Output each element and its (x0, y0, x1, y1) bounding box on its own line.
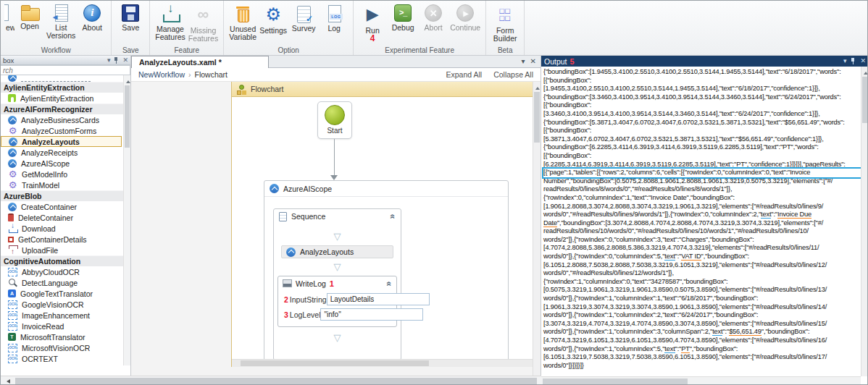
pin-icon[interactable] (851, 58, 856, 64)
toolbox-item-abbyycloudocr[interactable]: AbbyyCloudOCR (1, 266, 123, 277)
window-menu-icon[interactable] (843, 58, 847, 64)
form-builder-button[interactable]: Form Builder (490, 1, 520, 44)
toolbox-item-invoiceread[interactable]: InvoiceRead (1, 321, 123, 331)
toolbox-item-analyzecustomforms[interactable]: AnalyzeCustomForms (1, 125, 123, 136)
scrollbar-thumb[interactable] (543, 378, 688, 385)
scope-label: AzureAIScope (283, 185, 332, 193)
scrollbar-thumb[interactable] (241, 360, 429, 366)
output-line: {"boundingBox":[3.3460,3.4100,3.9514,3.4… (543, 93, 861, 102)
output-log-text[interactable]: {"boundingBox":[1.9455,3.4100,2.5510,3.4… (541, 67, 861, 376)
toolbox-item-getcontainerdetails[interactable]: GetContainerDetails (1, 234, 123, 245)
toolbox-item-download[interactable]: Download (1, 223, 123, 234)
toolbox-item-aylienentityextraction[interactable]: AylienEntityExtraction (1, 93, 123, 103)
start-node[interactable]: Start (317, 101, 352, 139)
breadcrumb-leaf[interactable]: Flowchart (194, 70, 228, 79)
toolbox-category-azureaiformrecognizer[interactable]: AzureAIFormRecognizer (1, 103, 123, 114)
toolbox-search-input[interactable] (1, 65, 130, 75)
collapse-chevron-icon[interactable] (390, 214, 397, 219)
run-button[interactable]: Run 4 (357, 1, 388, 44)
delete-icon (8, 213, 14, 221)
toolbox-item-deletecontainer[interactable]: DeleteContainer (1, 212, 123, 223)
toolbox-category-cognitiveautomation[interactable]: CognitiveAutomation (1, 255, 123, 266)
toolbox-item-googletexttranslator[interactable]: GoogleTextTranslator (1, 288, 123, 299)
window-menu-icon[interactable] (107, 57, 111, 64)
close-icon[interactable] (530, 57, 536, 65)
toolbox-category-aylienentityextraction[interactable]: AylienEntityExtraction (1, 82, 123, 93)
toolbox-item-createcontainer[interactable]: CreateContainer (1, 201, 123, 212)
toolbox-item-googlevisionocr[interactable]: GoogleVisionOCR (1, 299, 123, 310)
scroll-up-arrow-icon[interactable] (535, 85, 540, 90)
about-button[interactable]: About (77, 1, 107, 33)
output-horizontal-scrollbar[interactable] (541, 376, 861, 385)
toolbox-item-partial[interactable] (1, 75, 123, 82)
output-vertical-scrollbar[interactable] (861, 67, 868, 376)
list-versions-button[interactable]: List Versions (45, 1, 77, 41)
writelog-activity[interactable]: WriteLog 1 2 InputString (277, 276, 397, 327)
scrollbar-thumb[interactable] (534, 92, 540, 143)
start-node-label: Start (327, 127, 342, 135)
azure-circle-icon (8, 148, 17, 157)
flowchart-header[interactable]: Flowchart (232, 82, 533, 97)
toolbox-item-microsofttranslator[interactable]: MicrosoftTranslator (1, 331, 123, 342)
open-button[interactable]: Open (14, 1, 45, 32)
collapse-chevron-icon[interactable] (386, 281, 393, 286)
toolbox-item-azureaiscope[interactable]: AzureAIScope (1, 158, 123, 169)
document-menu-icon[interactable] (522, 57, 525, 65)
scrollbar-thumb[interactable] (15, 378, 537, 385)
canvas-vertical-scrollbar[interactable] (533, 82, 541, 376)
sequence-activity[interactable]: Sequence AnalyzeLayouts (273, 208, 401, 360)
toolbox-item-poread[interactable]: PORead (1, 364, 123, 365)
unused-variable-button[interactable]: Unused Variable (228, 1, 258, 43)
toolbox-item-analyzereceipts[interactable]: AnalyzeReceipts (1, 147, 123, 158)
scrollbar-thumb[interactable] (862, 77, 868, 123)
document-tab[interactable]: AnalyzeLayouts.xaml * (131, 56, 269, 68)
close-icon[interactable] (122, 57, 128, 64)
flowchart-container[interactable]: Flowchart Start AzureAIScope (231, 82, 533, 367)
toolbox-item-analyzebusinesscards[interactable]: AnalyzeBusinessCards (1, 114, 123, 125)
toolbox-item-ocrtext[interactable]: OCRTEXT (1, 353, 123, 364)
output-line: [6.1051,3.3219,7.5038,3.3219,7.5038,3.85… (543, 353, 861, 362)
output-line: [3.3074,3.3219,4.7074,3.3219,4.7074,3.85… (543, 320, 861, 329)
analyze-layouts-activity[interactable]: AnalyzeLayouts (281, 245, 393, 258)
ribbon-button-label: ew (6, 24, 14, 32)
settings-button[interactable]: Settings (258, 1, 288, 36)
scroll-up-arrow-icon[interactable] (864, 69, 868, 75)
azure-ai-scope-activity[interactable]: AzureAIScope Sequence AnalyzeLayouts (264, 180, 509, 364)
azure-circle-icon (8, 159, 17, 168)
debug-button[interactable]: Debug (388, 1, 418, 33)
window-horizontal-scrollbar[interactable] (1, 376, 541, 385)
toolbox-item-analyzelayouts[interactable]: AnalyzeLayouts (1, 136, 122, 147)
loglevel-field[interactable] (320, 308, 423, 321)
output-line: [1.9455,3.4100,2.5510,3.4100,2.5510,3.51… (543, 85, 861, 93)
manage-features-button[interactable]: Manage Features (154, 1, 186, 43)
new-button[interactable]: ew (4, 1, 14, 33)
writelog-field-row: 3 LogLevel (284, 308, 391, 321)
writelog-header[interactable]: WriteLog 1 (278, 276, 396, 290)
scrollbar-thumb[interactable] (125, 85, 130, 148)
scroll-left-arrow-icon[interactable] (4, 379, 10, 384)
toolbox-item-label: AzureAIScope (21, 159, 70, 168)
flowchart-horizontal-scrollbar[interactable] (232, 359, 533, 367)
collapse-all-link[interactable]: Collapse All (493, 70, 533, 79)
output-line: [{"boundingBox": (543, 127, 861, 135)
close-icon[interactable] (860, 58, 866, 64)
toolbox-item-uploadfile[interactable]: UploadFile (1, 245, 123, 255)
breadcrumb-root[interactable]: NewWorkflow (138, 70, 185, 79)
toolbox-item-trainmodel[interactable]: TrainModel (1, 179, 123, 190)
toolbox-item-microsoftvisionocr[interactable]: MicrosoftVisionOCR (1, 342, 123, 353)
toolbox-vertical-scrollbar[interactable] (123, 75, 130, 365)
inputstring-field[interactable] (327, 293, 430, 305)
toolbox-item-imageenhancement[interactable]: ImageEnhancement (1, 310, 123, 321)
scope-header[interactable]: AzureAIScope (264, 181, 508, 197)
expand-all-link[interactable]: Expand All (446, 70, 483, 79)
survey-button[interactable]: Survey (288, 1, 319, 34)
save-button[interactable]: Save (115, 1, 146, 33)
toolbox-item-detectlanguage[interactable]: DetectLanguage (1, 277, 123, 288)
scroll-up-arrow-icon[interactable] (126, 78, 130, 83)
log-button[interactable]: Log (319, 1, 349, 34)
pin-icon[interactable] (114, 57, 119, 64)
toolbox-item-getmodelinfo[interactable]: GetModelInfo (1, 169, 123, 179)
gear-icon (8, 169, 17, 179)
sequence-header[interactable]: Sequence (274, 209, 401, 224)
toolbox-category-azureblob[interactable]: AzureBlob (1, 190, 123, 201)
